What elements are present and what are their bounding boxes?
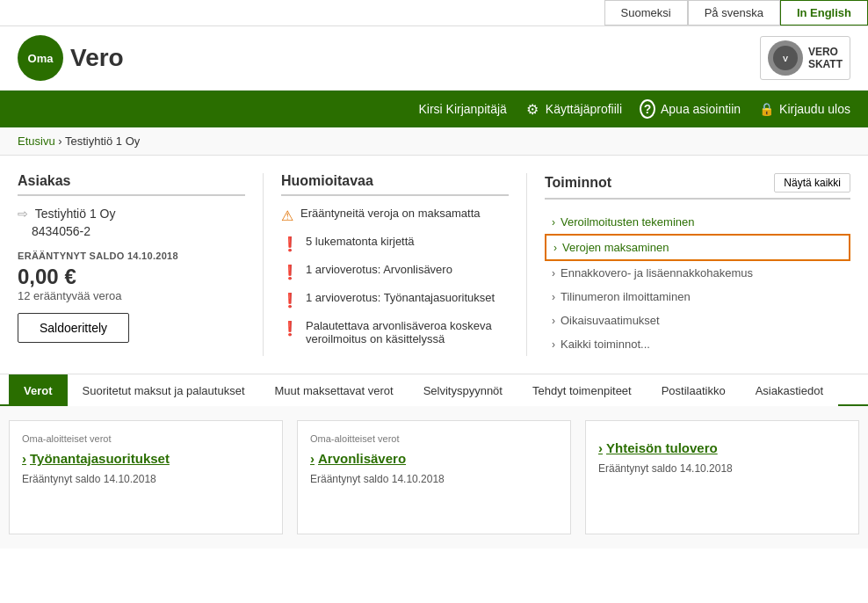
tab-selvityspyynnot[interactable]: Selvityspyynnöt [409, 374, 517, 406]
nav-help-label: Apua asiointiin [661, 102, 741, 116]
error-icon-4: ❗ [281, 292, 299, 309]
card-3: ›Yhteisön tulovero Erääntynyt saldo 14.1… [585, 420, 859, 534]
card-2: Oma-aloitteiset verot ›Arvonlisävero Erä… [297, 420, 571, 534]
chevron-icon-4: › [552, 291, 555, 303]
cards-area: Oma-aloitteiset verot ›Työnantajasuoritu… [0, 406, 868, 549]
vero-skatt-text: VERO SKATT [808, 46, 843, 71]
asiakas-section: Asiakas ⇨ Testiyhtiö 1 Oy 8434056-2 ERÄÄ… [18, 173, 264, 356]
notice-text-1: Erääntyneitä veroja on maksamatta [300, 207, 481, 220]
notice-item-1: ⚠ Erääntyneitä veroja on maksamatta [281, 207, 509, 224]
toiminto-label-1: Veroilmoitusten tekeminen [561, 215, 694, 229]
tab-verot[interactable]: Verot [9, 374, 68, 406]
error-icon-5: ❗ [281, 320, 299, 337]
balance-amount: 0,00 € [18, 265, 245, 289]
logo-text: Vero [70, 44, 124, 72]
toiminto-item-5[interactable]: › Oikaisuvaatimukset [545, 309, 850, 332]
toiminto-item-4[interactable]: › Tilinumeron ilmoittaminen [545, 285, 850, 309]
toiminto-label-6: Kaikki toiminnot... [561, 338, 650, 351]
card-1-date: Erääntynyt saldo 14.10.2018 [22, 473, 270, 485]
customer-arrow-icon: ⇨ [18, 207, 28, 221]
nav-profile[interactable]: Käyttäjäprofiili [524, 101, 622, 117]
toiminto-label-5: Oikaisuvaatimukset [561, 314, 660, 327]
card-2-chevron-icon: › [310, 451, 315, 466]
card-3-title[interactable]: ›Yhteisön tulovero [598, 440, 846, 455]
tabs-bar: Verot Suoritetut maksut ja palautukset M… [0, 374, 868, 406]
card-1: Oma-aloitteiset verot ›Työnantajasuoritu… [9, 420, 283, 534]
toiminto-item-6[interactable]: › Kaikki toiminnot... [545, 332, 850, 356]
logo-circle: Oma [18, 35, 63, 81]
chevron-icon-6: › [552, 338, 555, 351]
nav-bar: Kirsi Kirjanpitäjä Käyttäjäprofiili Apua… [0, 91, 868, 127]
lang-svenska[interactable]: På svenska [688, 0, 780, 25]
card-1-label: Oma-aloitteiset verot [22, 433, 270, 444]
toiminnot-header: Toiminnot Näytä kaikki [545, 173, 850, 200]
card-3-chevron-icon: › [598, 440, 603, 455]
warn-icon-1: ⚠ [281, 207, 293, 224]
tab-postilaatikko[interactable]: Postilaatikko [647, 374, 741, 406]
customer-name: Testiyhtiö 1 Oy [35, 207, 116, 221]
toiminnot-section: Toiminnot Näytä kaikki › Veroilmoitusten… [545, 173, 850, 356]
language-bar: Suomeksi På svenska In English [0, 0, 868, 26]
notice-item-3: ❗ 1 arvioverotus: Arvonlisävero [281, 263, 509, 280]
tab-asiakastiedot[interactable]: Asiakastiedot [741, 374, 838, 406]
help-icon [640, 101, 655, 117]
svg-text:V: V [783, 54, 788, 63]
breadcrumb-separator: › [58, 134, 61, 148]
card-1-chevron-icon: › [22, 451, 26, 466]
toiminto-item-1[interactable]: › Veroilmoitusten tekeminen [545, 210, 850, 234]
error-icon-2: ❗ [281, 236, 299, 252]
chevron-icon-2: › [553, 242, 557, 254]
chevron-icon-5: › [552, 315, 555, 327]
breadcrumb: Etusivu › Testiyhtiö 1 Oy [0, 127, 868, 156]
toiminto-item-2[interactable]: › Verojen maksaminen [545, 234, 850, 261]
balance-detail: 12 erääntyvää veroa [18, 289, 245, 302]
toiminto-label-2: Verojen maksaminen [562, 241, 669, 254]
chevron-icon-3: › [552, 267, 555, 280]
card-3-date: Erääntynyt saldo 14.10.2018 [598, 462, 846, 475]
lang-suomeksi[interactable]: Suomeksi [604, 0, 688, 25]
header: Oma Vero V VERO SKATT [0, 26, 868, 91]
toiminnot-list: › Veroilmoitusten tekeminen › Verojen ma… [545, 210, 850, 356]
lang-english[interactable]: In English [780, 0, 868, 25]
huomioitavaa-section: Huomioitavaa ⚠ Erääntyneitä veroja on ma… [281, 173, 527, 356]
tab-muut[interactable]: Muut maksettavat verot [260, 374, 409, 406]
card-2-title[interactable]: ›Arvonlisävero [310, 451, 558, 466]
eraayntynyt-label: ERÄÄNTYNYT SALDO 14.10.2018 [18, 251, 245, 261]
notice-text-2: 5 lukematonta kirjettä [306, 235, 415, 248]
breadcrumb-current: Testiyhtiö 1 Oy [65, 134, 140, 148]
card-2-label: Oma-aloitteiset verot [310, 433, 558, 444]
customer-id: 8434056-2 [32, 224, 245, 238]
toiminnot-title: Toiminnot [545, 175, 611, 191]
gear-icon [524, 101, 540, 117]
vero-skatt-icon: V [768, 40, 803, 76]
error-icon-3: ❗ [281, 264, 299, 280]
notice-text-3: 1 arvioverotus: Arvonlisävero [306, 263, 452, 276]
toiminto-label-3: Ennakkovero- ja lisäennakkohakemus [561, 266, 753, 280]
breadcrumb-home[interactable]: Etusivu [18, 134, 55, 148]
nayta-kaikki-button[interactable]: Näytä kaikki [774, 173, 850, 193]
saldoerittely-button[interactable]: Saldoerittely [18, 313, 129, 343]
huomioitavaa-title: Huomioitavaa [281, 173, 509, 196]
tab-suoritetut[interactable]: Suoritetut maksut ja palautukset [68, 374, 260, 406]
nav-logout-label: Kirjaudu ulos [779, 102, 850, 116]
logo-area: Oma Vero [18, 35, 124, 81]
card-2-date: Erääntynyt saldo 14.10.2018 [310, 473, 558, 485]
notice-item-5: ❗ Palautettava arvonlisäveroa koskeva ve… [281, 319, 509, 345]
chevron-icon-1: › [552, 216, 555, 229]
toiminto-label-4: Tilinumeron ilmoittaminen [561, 290, 691, 303]
notice-text-5: Palautettava arvonlisäveroa koskeva vero… [306, 319, 509, 345]
nav-profile-label: Käyttäjäprofiili [546, 102, 622, 116]
notice-text-4: 1 arvioverotus: Työnantajasuoritukset [306, 291, 495, 304]
toiminto-item-3[interactable]: › Ennakkovero- ja lisäennakkohakemus [545, 261, 850, 285]
nav-logout[interactable]: Kirjaudu ulos [758, 101, 850, 117]
lock-icon [758, 101, 774, 117]
notice-item-4: ❗ 1 arvioverotus: Työnantajasuoritukset [281, 291, 509, 309]
vero-skatt-logo: V VERO SKATT [760, 36, 850, 80]
nav-help[interactable]: Apua asiointiin [640, 101, 741, 117]
tab-tehdyt[interactable]: Tehdyt toimenpiteet [517, 374, 647, 406]
asiakas-title: Asiakas [18, 173, 245, 196]
card-1-title[interactable]: ›Työnantajasuoritukset [22, 451, 270, 466]
main-content: Asiakas ⇨ Testiyhtiö 1 Oy 8434056-2 ERÄÄ… [0, 156, 868, 374]
customer-info: ⇨ Testiyhtiö 1 Oy [18, 207, 245, 221]
nav-user: Kirsi Kirjanpitäjä [418, 102, 506, 116]
